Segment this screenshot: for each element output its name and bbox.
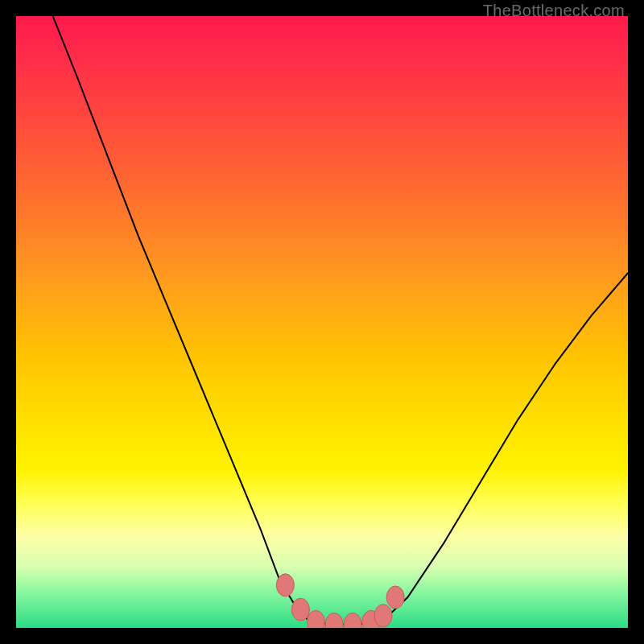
watermark-text: TheBottleneck.com <box>483 2 625 20</box>
marker-point <box>325 613 343 628</box>
chart-svg <box>16 16 628 628</box>
marker-point <box>307 610 324 628</box>
marker-point <box>386 586 404 609</box>
marker-point <box>374 605 392 627</box>
chart-frame: TheBottleneck.com <box>0 0 644 644</box>
marker-point <box>344 613 361 628</box>
highlight-markers <box>276 574 404 628</box>
marker-point <box>276 574 294 597</box>
bottleneck-curve <box>53 16 628 624</box>
marker-point <box>291 598 309 621</box>
plot-area <box>16 16 628 628</box>
